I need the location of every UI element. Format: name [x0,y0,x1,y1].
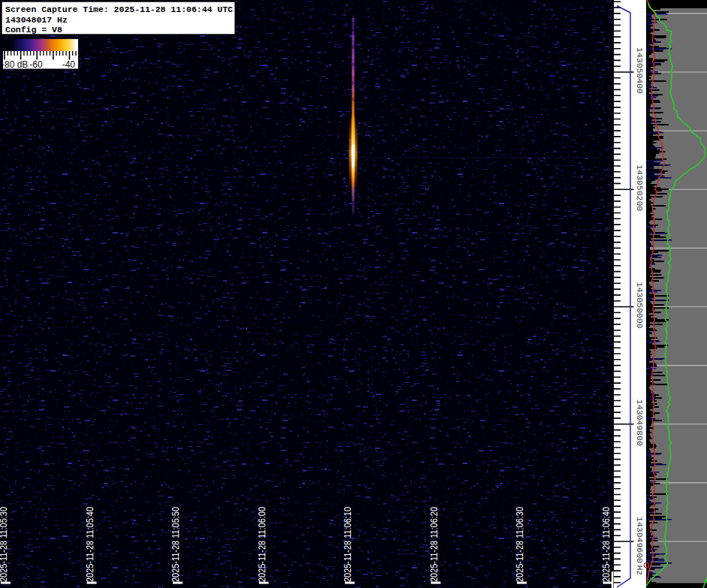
svg-text:2025-11-28 11:05:50: 2025-11-28 11:05:50 [171,507,181,582]
svg-text:Config = V8: Config = V8 [5,25,62,35]
svg-text:2025-11-28 11:06:00: 2025-11-28 11:06:00 [257,507,267,582]
svg-text:-40: -40 [62,59,76,70]
svg-text:143049600: 143049600 [635,517,645,563]
svg-text:Screen Capture Time: 2025-11-2: Screen Capture Time: 2025-11-28 11:06:44… [5,5,233,14]
svg-text:2025-11-28 11:05:30: 2025-11-28 11:05:30 [0,507,9,582]
svg-text:2025-11-28 11:06:20: 2025-11-28 11:06:20 [429,507,440,582]
svg-text:Hz: Hz [635,565,645,576]
svg-text:-60: -60 [29,59,43,70]
svg-text:143050000: 143050000 [635,282,645,329]
svg-text:143048017 Hz: 143048017 Hz [5,15,68,25]
svg-text:143050200: 143050200 [635,164,645,211]
svg-text:-80 dB: -80 dB [2,59,28,70]
svg-text:2025-11-28 11:06:30: 2025-11-28 11:06:30 [515,507,525,582]
svg-text:2025-11-28 11:05:40: 2025-11-28 11:05:40 [85,507,95,582]
svg-text:2025-11-28 11:06:10: 2025-11-28 11:06:10 [343,507,353,582]
svg-text:2025-11-28 11:06:40: 2025-11-28 11:06:40 [601,507,612,582]
svg-text:143050400: 143050400 [635,47,645,94]
svg-text:143049800: 143049800 [635,400,645,446]
